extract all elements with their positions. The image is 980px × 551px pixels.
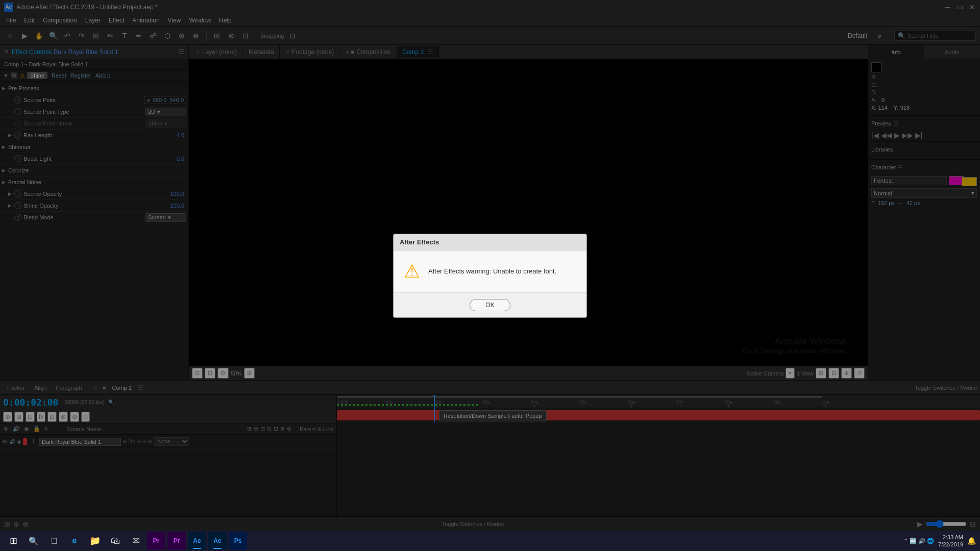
- taskbar-app-explorer[interactable]: 📁: [86, 532, 104, 550]
- taskbar-app-task-view[interactable]: ❑: [45, 532, 63, 550]
- taskbar: ⊞ 🔍 ❑ e 📁 🛍 ✉ Pr Pr Ae Ae Ps ⌃ 🔤 🔊 🌐 2:3…: [0, 531, 980, 551]
- taskbar-app-premiere[interactable]: Pr: [147, 532, 165, 550]
- dialog-box: After Effects ⚠ After Effects warning: U…: [393, 234, 587, 318]
- tray-icons: ⌃ 🔤 🔊 🌐: [903, 538, 934, 544]
- taskbar-app-premiere-rush[interactable]: Pr: [167, 532, 186, 550]
- taskbar-app-edge[interactable]: e: [65, 532, 84, 550]
- dialog-title-bar: After Effects: [394, 234, 586, 251]
- taskbar-system-tray: ⌃ 🔤 🔊 🌐 2:33 AM 7/22/2019 🔔: [903, 534, 976, 548]
- taskbar-app-ae[interactable]: Ae: [188, 532, 206, 550]
- dialog-content: ⚠ After Effects warning: Unable to creat…: [394, 251, 586, 292]
- taskbar-app-photoshop[interactable]: Ps: [229, 532, 247, 550]
- start-button[interactable]: ⊞: [4, 533, 22, 548]
- dialog-overlay: After Effects ⚠ After Effects warning: U…: [0, 0, 980, 551]
- dialog-ok-button[interactable]: OK: [470, 299, 510, 311]
- dialog-warning-icon: ⚠: [404, 261, 420, 282]
- taskbar-app-store[interactable]: 🛍: [106, 532, 125, 550]
- taskbar-app-mail[interactable]: ✉: [127, 532, 145, 550]
- dialog-message: After Effects warning: Unable to create …: [428, 267, 556, 275]
- notification-button[interactable]: 🔔: [967, 537, 976, 545]
- taskbar-search-button[interactable]: 🔍: [24, 533, 43, 548]
- taskbar-app-ae2[interactable]: Ae: [208, 532, 227, 550]
- taskbar-clock[interactable]: 2:33 AM 7/22/2019: [938, 534, 963, 548]
- dialog-buttons: OK: [394, 292, 586, 317]
